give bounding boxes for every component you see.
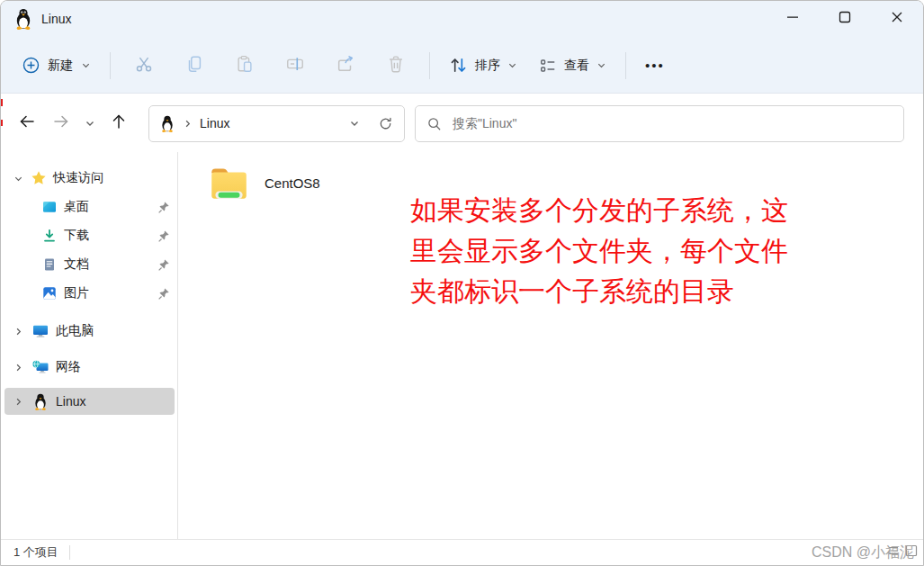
sidebar-item-quick-access[interactable]: 快速访问 bbox=[1, 165, 178, 192]
maximize-button[interactable] bbox=[819, 1, 871, 37]
delete-button[interactable] bbox=[371, 48, 421, 84]
search-icon bbox=[426, 116, 442, 131]
item-count: 1 个项目 bbox=[13, 544, 58, 561]
chevron-right-icon bbox=[183, 119, 193, 129]
refresh-button[interactable] bbox=[378, 116, 393, 131]
chevron-right-icon[interactable] bbox=[13, 327, 24, 337]
view-button[interactable]: 查看 bbox=[528, 48, 617, 84]
annotation-line: 里会显示多个文件夹，每个文件 bbox=[410, 230, 788, 271]
chevron-right-icon[interactable] bbox=[13, 363, 24, 373]
annotation-line: 夹都标识一个子系统的目录 bbox=[410, 271, 788, 311]
sidebar-item-downloads[interactable]: 下载 bbox=[1, 222, 178, 249]
sidebar-item-linux[interactable]: Linux bbox=[1, 388, 178, 415]
file-list: CentOS8 如果安装多个分发的子系统，这 里会显示多个文件夹，每个文件 夹都… bbox=[179, 152, 923, 539]
breadcrumb[interactable]: Linux bbox=[148, 105, 405, 142]
delete-icon bbox=[386, 54, 406, 77]
rename-icon bbox=[285, 54, 305, 77]
tux-icon bbox=[33, 393, 48, 410]
pictures-icon bbox=[42, 286, 57, 301]
sidebar-item-label: 网络 bbox=[56, 359, 81, 375]
chevron-down-icon bbox=[85, 118, 95, 129]
chevron-right-icon[interactable] bbox=[13, 397, 24, 407]
annotation-text: 如果安装多个分发的子系统，这 里会显示多个文件夹，每个文件 夹都标识一个子系统的… bbox=[410, 190, 788, 311]
edge-annotation-mark bbox=[1, 120, 3, 126]
tux-icon bbox=[160, 115, 175, 132]
sidebar-item-this-pc[interactable]: 此电脑 bbox=[1, 318, 178, 345]
maximize-icon bbox=[837, 9, 853, 29]
pin-icon bbox=[157, 287, 170, 300]
paste-icon bbox=[235, 54, 255, 77]
title-bar: Linux bbox=[1, 1, 923, 37]
explorer-body: 快速访问 桌面 bbox=[1, 152, 923, 539]
star-icon bbox=[31, 170, 47, 186]
status-divider bbox=[69, 545, 70, 560]
network-icon bbox=[32, 360, 49, 374]
pin-icon bbox=[157, 258, 170, 271]
forward-button[interactable] bbox=[44, 106, 78, 140]
watermark: CSDN @小福泥 bbox=[812, 544, 914, 562]
chevron-down-icon bbox=[81, 60, 91, 70]
search-box[interactable] bbox=[415, 105, 904, 142]
chevron-down-icon[interactable] bbox=[13, 174, 24, 184]
circle-plus-icon bbox=[22, 57, 40, 74]
download-icon bbox=[42, 229, 57, 243]
toolbar-divider bbox=[625, 52, 626, 79]
recent-locations-button[interactable] bbox=[78, 106, 102, 140]
sort-label: 排序 bbox=[475, 58, 500, 74]
edge-annotation-mark bbox=[1, 99, 3, 106]
minimize-icon bbox=[785, 9, 801, 29]
chevron-down-icon bbox=[507, 60, 517, 70]
pin-icon bbox=[157, 201, 170, 213]
up-button[interactable] bbox=[102, 106, 136, 140]
new-button-label: 新建 bbox=[48, 58, 73, 74]
refresh-icon bbox=[378, 116, 393, 131]
sidebar-item-label: Linux bbox=[56, 394, 85, 409]
cut-button[interactable] bbox=[119, 48, 169, 84]
sidebar-item-network[interactable]: 网络 bbox=[1, 354, 178, 381]
search-input[interactable] bbox=[453, 116, 893, 130]
file-explorer-window: Linux bbox=[0, 0, 924, 566]
paste-button[interactable] bbox=[220, 48, 270, 84]
sidebar-item-label: 此电脑 bbox=[56, 323, 94, 339]
rename-button[interactable] bbox=[270, 48, 320, 84]
sidebar-item-label: 图片 bbox=[64, 285, 89, 301]
sort-icon bbox=[449, 56, 468, 75]
sidebar-item-label: 下载 bbox=[64, 228, 89, 244]
back-button[interactable] bbox=[10, 106, 44, 140]
more-icon: ••• bbox=[645, 58, 665, 73]
annotation-line: 如果安装多个分发的子系统，这 bbox=[410, 190, 788, 230]
see-more-button[interactable]: ••• bbox=[634, 48, 676, 84]
selection-highlight bbox=[4, 388, 175, 415]
sidebar-item-pictures[interactable]: 图片 bbox=[1, 280, 178, 307]
toolbar-divider bbox=[429, 52, 430, 79]
folder-item-centos8[interactable]: CentOS8 bbox=[206, 160, 320, 205]
new-button[interactable]: 新建 bbox=[12, 48, 102, 84]
address-dropdown-button[interactable] bbox=[349, 118, 360, 129]
sidebar-item-label: 快速访问 bbox=[53, 170, 103, 186]
toolbar-divider bbox=[110, 52, 111, 79]
folder-name: CentOS8 bbox=[265, 175, 320, 191]
chevron-down-icon bbox=[597, 60, 606, 70]
pc-icon bbox=[32, 324, 49, 338]
status-bar: 1 个项目 CSDN @小福泥 bbox=[1, 539, 923, 565]
pin-icon bbox=[157, 229, 170, 242]
navigation-pane: 快速访问 桌面 bbox=[1, 152, 178, 539]
folder-icon bbox=[206, 160, 251, 205]
close-button[interactable] bbox=[871, 1, 923, 37]
tux-icon bbox=[14, 8, 32, 30]
sort-button[interactable]: 排序 bbox=[438, 48, 528, 84]
cut-icon bbox=[134, 54, 154, 77]
command-bar: 新建 bbox=[1, 37, 923, 94]
copy-icon bbox=[184, 54, 204, 77]
sidebar-item-desktop[interactable]: 桌面 bbox=[1, 193, 178, 220]
breadcrumb-segment[interactable]: Linux bbox=[200, 116, 229, 130]
share-button[interactable] bbox=[320, 48, 371, 84]
sidebar-item-label: 文档 bbox=[64, 256, 89, 273]
sidebar-item-documents[interactable]: 文档 bbox=[1, 251, 178, 278]
desktop-icon bbox=[42, 200, 57, 214]
close-icon bbox=[889, 9, 905, 29]
view-label: 查看 bbox=[564, 58, 589, 74]
copy-button[interactable] bbox=[169, 48, 220, 84]
address-bar: Linux bbox=[1, 94, 923, 152]
minimize-button[interactable] bbox=[767, 1, 819, 37]
